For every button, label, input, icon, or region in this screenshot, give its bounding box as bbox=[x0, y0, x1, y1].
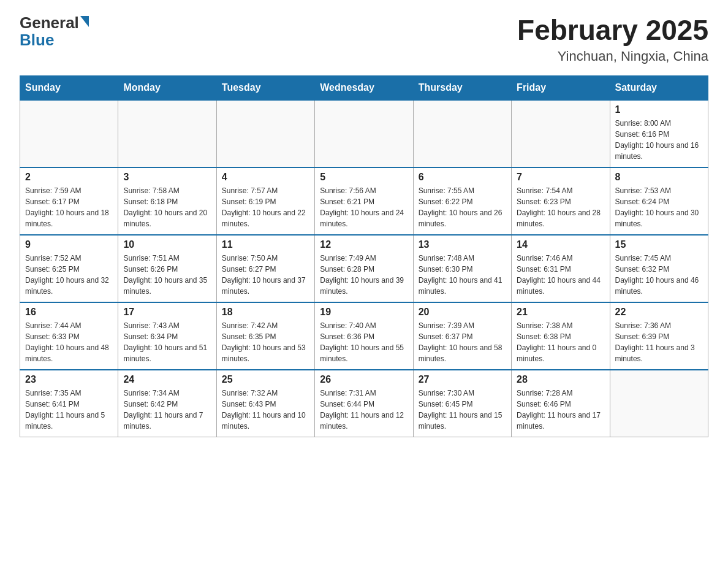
calendar-cell bbox=[118, 100, 216, 167]
logo-arrow-icon bbox=[80, 16, 89, 27]
calendar-cell: 11Sunrise: 7:50 AMSunset: 6:27 PMDayligh… bbox=[216, 235, 314, 302]
calendar-cell: 8Sunrise: 7:53 AMSunset: 6:24 PMDaylight… bbox=[610, 167, 708, 235]
day-info: Sunrise: 7:50 AMSunset: 6:27 PMDaylight:… bbox=[222, 253, 309, 297]
calendar-cell: 21Sunrise: 7:38 AMSunset: 6:38 PMDayligh… bbox=[512, 302, 610, 370]
week-row: 9Sunrise: 7:52 AMSunset: 6:25 PMDaylight… bbox=[20, 235, 708, 302]
day-number: 10 bbox=[123, 239, 211, 250]
day-info: Sunrise: 7:53 AMSunset: 6:24 PMDaylight:… bbox=[615, 185, 703, 229]
day-number: 11 bbox=[222, 239, 309, 250]
day-info: Sunrise: 7:59 AMSunset: 6:17 PMDaylight:… bbox=[25, 185, 113, 229]
day-of-week-header: Monday bbox=[118, 75, 216, 100]
calendar-title-block: February 2025 Yinchuan, Ningxia, China bbox=[517, 15, 708, 64]
day-info: Sunrise: 7:56 AMSunset: 6:21 PMDaylight:… bbox=[320, 185, 408, 229]
calendar-cell bbox=[512, 100, 610, 167]
day-info: Sunrise: 7:46 AMSunset: 6:31 PMDaylight:… bbox=[517, 253, 604, 297]
day-number: 26 bbox=[320, 374, 408, 385]
day-of-week-header: Thursday bbox=[413, 75, 511, 100]
day-info: Sunrise: 7:28 AMSunset: 6:46 PMDaylight:… bbox=[517, 388, 604, 432]
day-number: 6 bbox=[419, 172, 506, 183]
calendar-cell bbox=[610, 370, 708, 437]
day-number: 25 bbox=[222, 374, 309, 385]
calendar-cell bbox=[413, 100, 511, 167]
calendar-cell bbox=[20, 100, 118, 167]
day-info: Sunrise: 7:40 AMSunset: 6:36 PMDaylight:… bbox=[320, 320, 408, 364]
calendar-cell: 3Sunrise: 7:58 AMSunset: 6:18 PMDaylight… bbox=[118, 167, 216, 235]
day-info: Sunrise: 7:30 AMSunset: 6:45 PMDaylight:… bbox=[419, 388, 506, 432]
logo: General Blue bbox=[20, 15, 89, 48]
calendar-cell: 13Sunrise: 7:48 AMSunset: 6:30 PMDayligh… bbox=[413, 235, 511, 302]
day-number: 7 bbox=[517, 172, 604, 183]
day-number: 9 bbox=[25, 239, 113, 250]
day-of-week-header: Saturday bbox=[610, 75, 708, 100]
calendar-cell bbox=[315, 100, 413, 167]
day-number: 16 bbox=[25, 307, 113, 318]
day-number: 23 bbox=[25, 374, 113, 385]
calendar-cell: 15Sunrise: 7:45 AMSunset: 6:32 PMDayligh… bbox=[610, 235, 708, 302]
logo-text-blue: Blue bbox=[20, 32, 89, 48]
calendar-cell: 20Sunrise: 7:39 AMSunset: 6:37 PMDayligh… bbox=[413, 302, 511, 370]
day-number: 14 bbox=[517, 239, 604, 250]
calendar-title: February 2025 bbox=[517, 15, 708, 46]
day-info: Sunrise: 7:58 AMSunset: 6:18 PMDaylight:… bbox=[123, 185, 211, 229]
day-info: Sunrise: 7:43 AMSunset: 6:34 PMDaylight:… bbox=[123, 320, 211, 364]
day-info: Sunrise: 7:48 AMSunset: 6:30 PMDaylight:… bbox=[419, 253, 506, 297]
calendar-cell: 10Sunrise: 7:51 AMSunset: 6:26 PMDayligh… bbox=[118, 235, 216, 302]
calendar-cell: 27Sunrise: 7:30 AMSunset: 6:45 PMDayligh… bbox=[413, 370, 511, 437]
day-info: Sunrise: 7:55 AMSunset: 6:22 PMDaylight:… bbox=[419, 185, 506, 229]
week-row: 2Sunrise: 7:59 AMSunset: 6:17 PMDaylight… bbox=[20, 167, 708, 235]
page-header: General Blue February 2025 Yinchuan, Nin… bbox=[20, 15, 708, 64]
day-info: Sunrise: 7:52 AMSunset: 6:25 PMDaylight:… bbox=[25, 253, 113, 297]
day-info: Sunrise: 7:42 AMSunset: 6:35 PMDaylight:… bbox=[222, 320, 309, 364]
logo-text-general: General bbox=[20, 15, 79, 31]
day-number: 17 bbox=[123, 307, 211, 318]
day-of-week-header: Tuesday bbox=[216, 75, 314, 100]
day-info: Sunrise: 7:54 AMSunset: 6:23 PMDaylight:… bbox=[517, 185, 604, 229]
calendar-table: SundayMondayTuesdayWednesdayThursdayFrid… bbox=[20, 75, 708, 438]
calendar-cell: 16Sunrise: 7:44 AMSunset: 6:33 PMDayligh… bbox=[20, 302, 118, 370]
calendar-cell: 19Sunrise: 7:40 AMSunset: 6:36 PMDayligh… bbox=[315, 302, 413, 370]
calendar-cell: 24Sunrise: 7:34 AMSunset: 6:42 PMDayligh… bbox=[118, 370, 216, 437]
day-number: 18 bbox=[222, 307, 309, 318]
day-number: 28 bbox=[517, 374, 604, 385]
day-number: 4 bbox=[222, 172, 309, 183]
day-number: 21 bbox=[517, 307, 604, 318]
day-info: Sunrise: 7:51 AMSunset: 6:26 PMDaylight:… bbox=[123, 253, 211, 297]
calendar-header-row: SundayMondayTuesdayWednesdayThursdayFrid… bbox=[20, 75, 708, 100]
day-info: Sunrise: 7:35 AMSunset: 6:41 PMDaylight:… bbox=[25, 388, 113, 432]
calendar-cell: 4Sunrise: 7:57 AMSunset: 6:19 PMDaylight… bbox=[216, 167, 314, 235]
calendar-cell bbox=[216, 100, 314, 167]
calendar-cell: 25Sunrise: 7:32 AMSunset: 6:43 PMDayligh… bbox=[216, 370, 314, 437]
day-number: 15 bbox=[615, 239, 703, 250]
day-number: 24 bbox=[123, 374, 211, 385]
calendar-cell: 22Sunrise: 7:36 AMSunset: 6:39 PMDayligh… bbox=[610, 302, 708, 370]
day-info: Sunrise: 7:34 AMSunset: 6:42 PMDaylight:… bbox=[123, 388, 211, 432]
week-row: 23Sunrise: 7:35 AMSunset: 6:41 PMDayligh… bbox=[20, 370, 708, 437]
day-number: 13 bbox=[419, 239, 506, 250]
calendar-cell: 9Sunrise: 7:52 AMSunset: 6:25 PMDaylight… bbox=[20, 235, 118, 302]
day-number: 3 bbox=[123, 172, 211, 183]
day-number: 5 bbox=[320, 172, 408, 183]
day-info: Sunrise: 8:00 AMSunset: 6:16 PMDaylight:… bbox=[615, 118, 703, 162]
week-row: 16Sunrise: 7:44 AMSunset: 6:33 PMDayligh… bbox=[20, 302, 708, 370]
calendar-cell: 17Sunrise: 7:43 AMSunset: 6:34 PMDayligh… bbox=[118, 302, 216, 370]
calendar-cell: 2Sunrise: 7:59 AMSunset: 6:17 PMDaylight… bbox=[20, 167, 118, 235]
day-number: 8 bbox=[615, 172, 703, 183]
day-info: Sunrise: 7:36 AMSunset: 6:39 PMDaylight:… bbox=[615, 320, 703, 364]
day-number: 27 bbox=[419, 374, 506, 385]
calendar-subtitle: Yinchuan, Ningxia, China bbox=[517, 48, 708, 64]
day-of-week-header: Friday bbox=[512, 75, 610, 100]
calendar-cell: 5Sunrise: 7:56 AMSunset: 6:21 PMDaylight… bbox=[315, 167, 413, 235]
calendar-cell: 6Sunrise: 7:55 AMSunset: 6:22 PMDaylight… bbox=[413, 167, 511, 235]
day-info: Sunrise: 7:31 AMSunset: 6:44 PMDaylight:… bbox=[320, 388, 408, 432]
day-info: Sunrise: 7:39 AMSunset: 6:37 PMDaylight:… bbox=[419, 320, 506, 364]
calendar-cell: 12Sunrise: 7:49 AMSunset: 6:28 PMDayligh… bbox=[315, 235, 413, 302]
calendar-cell: 26Sunrise: 7:31 AMSunset: 6:44 PMDayligh… bbox=[315, 370, 413, 437]
calendar-cell: 14Sunrise: 7:46 AMSunset: 6:31 PMDayligh… bbox=[512, 235, 610, 302]
day-of-week-header: Sunday bbox=[20, 75, 118, 100]
day-info: Sunrise: 7:38 AMSunset: 6:38 PMDaylight:… bbox=[517, 320, 604, 364]
week-row: 1Sunrise: 8:00 AMSunset: 6:16 PMDaylight… bbox=[20, 100, 708, 167]
calendar-cell: 28Sunrise: 7:28 AMSunset: 6:46 PMDayligh… bbox=[512, 370, 610, 437]
day-of-week-header: Wednesday bbox=[315, 75, 413, 100]
calendar-cell: 1Sunrise: 8:00 AMSunset: 6:16 PMDaylight… bbox=[610, 100, 708, 167]
day-number: 2 bbox=[25, 172, 113, 183]
